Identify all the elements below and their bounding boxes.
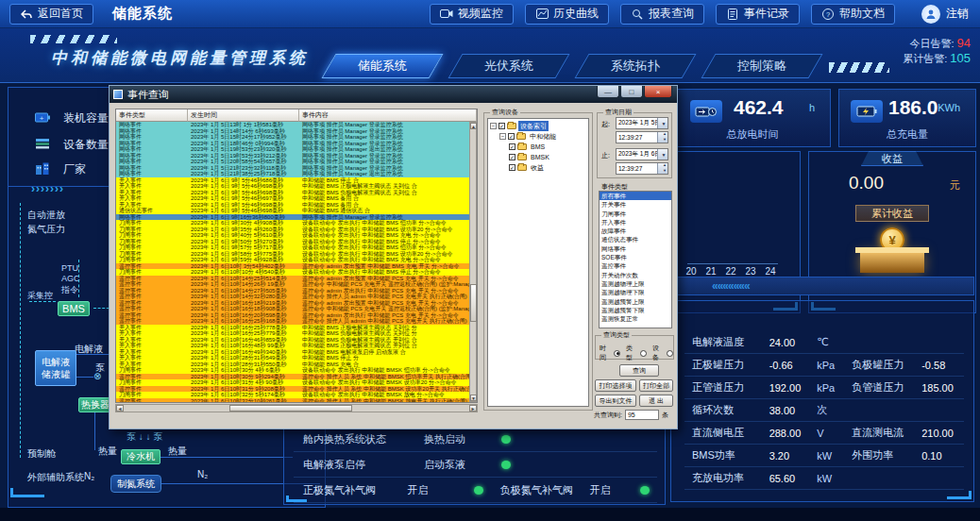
event-type-option[interactable]: 遥测恢复正常: [600, 314, 671, 323]
event-type-option[interactable]: 遥测越预警下限: [600, 306, 671, 314]
event-record-button[interactable]: 事件记录: [716, 4, 800, 25]
event-type-option[interactable]: 所有事件: [600, 192, 671, 200]
export-file-button[interactable]: 导出到文件: [595, 395, 636, 407]
tree-checkbox[interactable]: ✓: [509, 164, 515, 171]
back-home-button[interactable]: 返回首页: [9, 4, 93, 25]
event-type-option[interactable]: 刀闸事件: [600, 210, 671, 218]
minimize-button[interactable]: —: [597, 86, 619, 98]
tree-node-label[interactable]: BMSK: [529, 152, 551, 162]
tree-node-label[interactable]: BMS: [529, 142, 547, 152]
exit-button[interactable]: 退 出: [639, 395, 673, 407]
system-title: 中和储能微电网能量管理系统: [51, 47, 309, 69]
status-green-dot: [501, 435, 511, 444]
close-button[interactable]: ×: [644, 86, 672, 98]
time-from-spinner[interactable]: 12:39:27▲▼: [616, 131, 668, 143]
sidebar-label: 装机容量: [63, 110, 109, 126]
event-type-option[interactable]: 遥测越物理上限: [600, 279, 671, 288]
sidebar-item-installed-capacity[interactable]: + 装机容量: [35, 110, 109, 126]
result-count-input[interactable]: 95: [625, 410, 659, 420]
n2-label-b: N₂: [197, 469, 208, 479]
event-type-option[interactable]: 开关事件: [600, 200, 671, 209]
folder-icon: [517, 164, 527, 171]
column-occurrence-time[interactable]: 发生时间: [188, 109, 299, 122]
tab-photovoltaic[interactable]: 光伏系统: [448, 54, 569, 78]
query-device-label: 查询设备: [490, 108, 520, 117]
spinner-arrows-icon[interactable]: ▲▼: [657, 163, 667, 174]
measurement-cell: 充放电功率: [684, 471, 762, 485]
event-type-option[interactable]: 开关动作次数: [600, 271, 671, 279]
tree-expand-icon[interactable]: −: [490, 123, 497, 129]
tab-control-strategy[interactable]: 控制策略: [701, 54, 822, 78]
event-row[interactable]: 遥控事件2023年 1月 6日10时32分10秒261毫秒遥控命令 操作人员 系…: [116, 398, 469, 403]
agc-label: AGC: [61, 274, 80, 283]
sidebar-item-device-count[interactable]: 设备数量: [35, 137, 109, 153]
radio-button[interactable]: [640, 350, 647, 357]
column-event-content[interactable]: 事件内容: [299, 109, 477, 122]
print-all-button[interactable]: 打印全部: [639, 379, 673, 392]
time-to-spinner[interactable]: 12:39:27▲▼: [616, 162, 668, 175]
spinner-arrows-icon[interactable]: ▲▼: [657, 132, 667, 143]
event-type-option[interactable]: 开入事件: [600, 218, 671, 227]
measurement-table: 电解液温度24.00℃正极罐压力-0.66kPa负极罐压力-0.58kPa正管道…: [684, 331, 964, 490]
scroll-left-arrow[interactable]: ◄: [116, 405, 124, 412]
radio-button[interactable]: [614, 350, 620, 357]
device-tree-node[interactable]: ✓收益: [490, 162, 586, 173]
alarm-today-value: 94: [957, 36, 971, 50]
device-tree-node[interactable]: −✓设备索引: [490, 121, 586, 131]
maximize-button[interactable]: □: [620, 86, 643, 98]
scroll-down-arrow[interactable]: ▼: [470, 395, 477, 401]
scroll-up-arrow[interactable]: ▲: [470, 123, 477, 129]
radio-button[interactable]: [667, 350, 673, 357]
print-selected-button[interactable]: 打印选择项: [595, 379, 636, 392]
logout-button[interactable]: 注销: [921, 5, 969, 24]
header-band: 中和储能微电网能量管理系统 储能系统 光伏系统 系统拓扑 控制策略 今日告警: …: [0, 28, 980, 83]
layers-icon: [35, 138, 50, 152]
horizontal-scrollbar[interactable]: ◄ ►: [115, 404, 478, 412]
history-curve-button[interactable]: 历史曲线: [525, 4, 609, 25]
event-content-cell: 遥控命令 操作人员 系统 中和储能 BMSK 放电开关 执行正确(合闸): [299, 398, 469, 403]
dialog-titlebar[interactable]: 事件查询: [110, 86, 677, 103]
tree-checkbox[interactable]: ✓: [498, 123, 505, 129]
device-tree-node[interactable]: ✓BMS: [490, 142, 586, 152]
event-type-option[interactable]: SOE事件: [600, 253, 671, 261]
dropdown-arrow-icon[interactable]: ▼: [657, 118, 667, 128]
help-doc-button[interactable]: ? 帮助文档: [811, 4, 895, 25]
dropdown-arrow-icon[interactable]: ▼: [657, 149, 667, 160]
date-to-dropdown[interactable]: 2023年 1月 6日▼: [616, 148, 668, 160]
event-type-option[interactable]: 通信状态事件: [600, 235, 671, 244]
query-type-option[interactable]: 时间: [600, 344, 620, 362]
logout-label: 注销: [946, 6, 969, 22]
tree-checkbox[interactable]: ✓: [509, 143, 515, 150]
column-event-type[interactable]: 事件类型: [116, 109, 188, 122]
tree-node-label[interactable]: 中和储能: [528, 131, 558, 142]
vertical-scroll-thumb[interactable]: [470, 284, 477, 322]
date-from-dropdown[interactable]: 2023年 1月 5日▼: [616, 117, 668, 129]
scroll-right-arrow[interactable]: ►: [469, 405, 477, 412]
vertical-scrollbar[interactable]: ▲ ▼: [469, 122, 477, 402]
event-type-option[interactable]: 遥测越物理下限: [600, 288, 671, 296]
horizontal-scroll-thumb[interactable]: [229, 405, 352, 412]
tree-checkbox[interactable]: ✓: [508, 133, 515, 140]
tree-checkbox[interactable]: ✓: [509, 154, 515, 160]
tree-expand-icon[interactable]: −: [499, 133, 506, 140]
query-button[interactable]: 查询: [619, 364, 659, 377]
date-from-label: 起:: [601, 120, 610, 129]
query-type-option[interactable]: 设备: [652, 344, 673, 362]
measurement-row: BMS功率3.20kW外围功率0.10kW: [684, 445, 964, 467]
device-tree-node[interactable]: ✓BMSK: [490, 152, 586, 162]
video-monitor-button[interactable]: 视频监控: [430, 4, 514, 25]
device-tree-node[interactable]: −✓中和储能: [490, 131, 586, 142]
cumulative-revenue-badge[interactable]: 累计收益: [855, 205, 929, 222]
event-type-option[interactable]: 遥测越预警上限: [600, 297, 671, 306]
pump-valve-icon: ⊗: [93, 371, 101, 381]
tree-node-label[interactable]: 收益: [529, 162, 546, 173]
event-type-option[interactable]: 遥控事件: [600, 261, 671, 270]
query-type-option[interactable]: 类型: [626, 344, 647, 362]
event-type-option[interactable]: 故障事件: [600, 227, 671, 235]
sidebar-item-manufacturer[interactable]: 厂家: [35, 161, 86, 177]
tab-system-topology[interactable]: 系统拓扑: [574, 54, 696, 78]
event-type-option[interactable]: 网络事件: [600, 244, 671, 253]
report-query-button[interactable]: 报表查询: [620, 4, 704, 25]
tree-node-label[interactable]: 设备索引: [518, 121, 549, 131]
tab-energy-storage[interactable]: 储能系统: [321, 54, 443, 78]
